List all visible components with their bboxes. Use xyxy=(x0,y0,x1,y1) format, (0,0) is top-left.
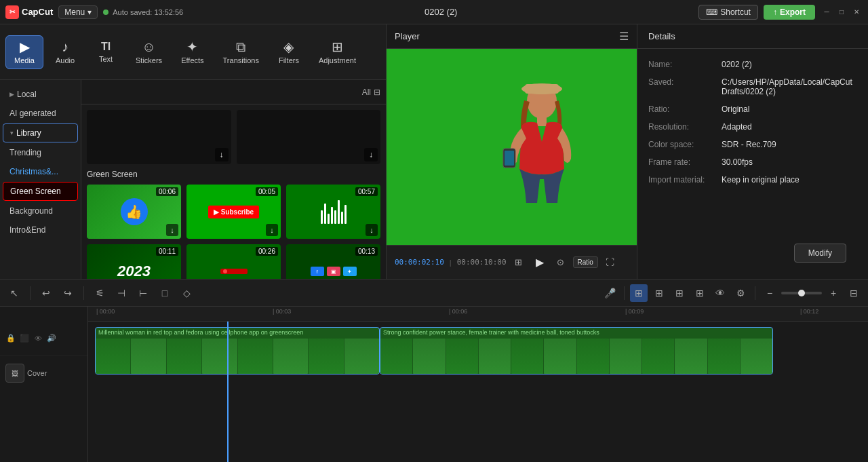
player-header: Player ☰ xyxy=(387,24,637,49)
modify-label: Modify xyxy=(808,248,832,258)
sidebar-item-green-screen[interactable]: Green Screen xyxy=(3,182,78,201)
download-btn-1[interactable]: ↓ xyxy=(215,148,229,161)
export-label: Export xyxy=(780,7,806,17)
shortcut-button[interactable]: ⌨ Shortcut xyxy=(698,5,758,20)
select-tool[interactable]: ↖ xyxy=(5,284,23,302)
clip-mini-3 xyxy=(167,339,201,374)
tool-text[interactable]: TI Text xyxy=(87,37,125,67)
clip-subscribe[interactable]: ▶ Subscribe 00:05 ↓ xyxy=(186,185,281,239)
svg-rect-5 xyxy=(505,151,514,166)
undo-button[interactable]: ↩ xyxy=(37,284,55,302)
redo-button[interactable]: ↪ xyxy=(59,284,77,302)
trim-right-button[interactable]: ⊢ xyxy=(134,284,152,302)
mic-button[interactable]: 🎤 xyxy=(601,284,618,302)
download-btn-2[interactable]: ↓ xyxy=(364,148,378,161)
tool-filters[interactable]: ◈ Filters xyxy=(270,36,308,69)
link-button[interactable]: ⊞ xyxy=(650,284,668,302)
clip-1-download[interactable]: ↓ xyxy=(166,224,178,236)
top-clip-2[interactable]: ↓ xyxy=(237,110,381,164)
sidebar-ai-label: AI generated xyxy=(9,109,56,118)
woman-svg xyxy=(484,81,599,213)
fullscreen-icon[interactable]: ⛶ xyxy=(604,256,617,269)
menu-label: Menu xyxy=(64,7,85,17)
link3-button[interactable]: ⊞ xyxy=(691,284,709,302)
clip-social[interactable]: f ▣ ✦ 00:13 ↓ xyxy=(286,244,380,279)
close-button[interactable]: ✕ xyxy=(850,6,863,18)
adjustment-icon: ⊞ xyxy=(332,40,343,54)
sidebar-item-intro[interactable]: Intro&End xyxy=(3,221,78,239)
zoom-in[interactable]: + xyxy=(825,284,842,302)
svg-rect-3 xyxy=(537,117,547,126)
sidebar-item-christmas[interactable]: Christmas&... xyxy=(3,163,78,180)
clip-1-label: Millennial woman in red top and fedora u… xyxy=(98,329,303,336)
clip-red[interactable]: 00:26 ↓ xyxy=(186,244,281,279)
filter-bar: All ⊟ xyxy=(81,80,386,104)
tool-audio[interactable]: ♪ Audio xyxy=(46,36,84,69)
tool-stickers[interactable]: ☺ Stickers xyxy=(127,36,170,69)
detail-resolution: Resolution: Adapted xyxy=(648,122,857,132)
video-clip-2[interactable]: Strong confident power stance, female tr… xyxy=(380,327,773,374)
sidebar-item-background[interactable]: Background xyxy=(3,202,78,220)
local-chevron: ▶ xyxy=(9,91,14,98)
ruler-12-label: | 00:12 xyxy=(800,308,818,315)
filter-icon[interactable]: ⊟ xyxy=(374,88,380,97)
cover-icon[interactable]: 🖼 xyxy=(5,364,24,383)
ratio-button[interactable]: Ratio xyxy=(573,256,598,268)
fit-btn[interactable]: ⊟ xyxy=(845,284,863,302)
track-icon-lock[interactable]: 🔒 xyxy=(5,333,16,344)
modify-button[interactable]: Modify xyxy=(794,244,846,263)
mark-button[interactable]: ◇ xyxy=(178,284,195,302)
bar-4 xyxy=(331,207,333,224)
details-title: Details xyxy=(648,31,675,41)
video-clip-1[interactable]: Millennial woman in red top and fedora u… xyxy=(95,327,380,374)
audio-icon: ♪ xyxy=(62,40,68,54)
zoom-slider[interactable] xyxy=(781,292,822,294)
top-clip-1[interactable]: ↓ xyxy=(87,110,231,164)
clip-like[interactable]: 👍 00:06 ↓ xyxy=(87,185,181,239)
playhead[interactable] xyxy=(227,322,229,462)
ruler-9: | 00:09 xyxy=(625,307,644,315)
tool-effects[interactable]: ✦ Effects xyxy=(173,36,212,69)
maximize-button[interactable]: □ xyxy=(835,6,848,18)
eye-btn[interactable]: 👁 xyxy=(711,284,729,302)
snap-button[interactable]: ⊞ xyxy=(630,284,648,302)
minimize-button[interactable]: ─ xyxy=(821,6,833,18)
player-video xyxy=(387,49,637,245)
ratio-label: Ratio xyxy=(578,258,593,266)
track-icon-eye[interactable]: 👁 xyxy=(33,333,43,344)
split-button[interactable]: ⚟ xyxy=(91,284,108,302)
clip-2-label: Strong confident power stance, female tr… xyxy=(383,329,599,336)
sidebar-item-library[interactable]: ▾ Library xyxy=(3,123,78,142)
bar-8 xyxy=(344,205,347,224)
track-area: Millennial woman in red top and fedora u… xyxy=(88,322,868,462)
app-name: CapCut xyxy=(22,7,53,17)
details-panel: Details Name: 0202 (2) Saved: C:/Users/H… xyxy=(637,24,868,279)
menu-button[interactable]: Menu ▾ xyxy=(58,5,98,19)
sidebar-item-trending[interactable]: Trending xyxy=(3,144,78,161)
clip2-mini-7 xyxy=(577,339,609,374)
track-icon-audio[interactable]: 🔊 xyxy=(46,333,57,344)
settings-tl[interactable]: ⚙ xyxy=(732,284,749,302)
detail-saved: Saved: C:/Users/HP/AppData/Local/CapCut … xyxy=(648,77,857,96)
sidebar-item-local[interactable]: ▶ Local xyxy=(3,85,78,103)
sidebar-item-ai[interactable]: AI generated xyxy=(3,104,78,122)
grid-ctrl-icon[interactable]: ⊞ xyxy=(512,256,526,269)
clip-audio[interactable]: 00:57 ↓ xyxy=(286,185,380,239)
ratio-value: Original xyxy=(722,104,749,114)
zoom-out[interactable]: − xyxy=(761,284,778,302)
clip-2023[interactable]: 2023 00:11 ↓ xyxy=(87,244,181,279)
target-icon[interactable]: ⊙ xyxy=(554,256,568,269)
filters-icon: ◈ xyxy=(283,40,294,54)
tool-media[interactable]: ▶ Media xyxy=(5,35,43,69)
play-button[interactable]: ▶ xyxy=(531,254,549,271)
delete-button[interactable]: □ xyxy=(156,284,174,302)
clip-2-download[interactable]: ↓ xyxy=(266,224,278,236)
export-button[interactable]: ↑ Export xyxy=(764,5,815,20)
tool-adjustment[interactable]: ⊞ Adjustment xyxy=(311,36,364,69)
trim-left-button[interactable]: ⊣ xyxy=(113,284,130,302)
link2-button[interactable]: ⊞ xyxy=(671,284,688,302)
content-area: All ⊟ ↓ ↓ Gree xyxy=(81,80,386,279)
player-menu-icon[interactable]: ☰ xyxy=(619,30,629,43)
tool-transitions[interactable]: ⧉ Transitions xyxy=(215,36,267,69)
clip-3-download[interactable]: ↓ xyxy=(366,224,378,236)
